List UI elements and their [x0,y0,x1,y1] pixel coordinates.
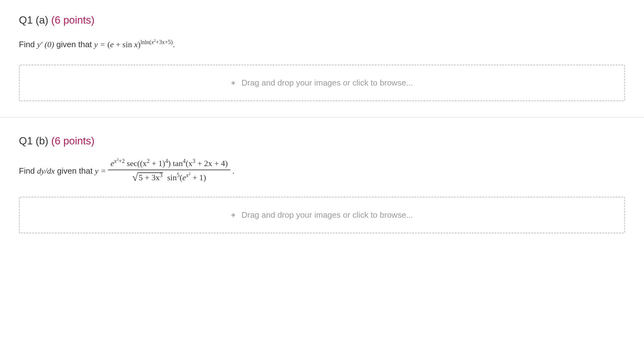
math-find: dy/dx [37,166,55,176]
question-label: Q1 (b) [19,135,48,147]
text-prefix: Find [19,166,37,176]
math-lhs: y = [95,166,106,176]
question-header-q1a: Q1 (a) (6 points) [19,14,625,26]
dropzone-q1a[interactable]: + Drag and drop your images or click to … [19,64,625,101]
ln-label: ln [140,39,145,45]
text-given: given that [56,40,94,49]
numerator: ex3+2 sec((x2 + 1)4) tan4(x3 + 2x + 4) [108,159,230,170]
math-base: (e + sin x)lnln(x2+3x+5) [107,40,173,49]
sec-label: sec [127,159,137,168]
plus-icon: + [231,211,235,219]
question-q1b: Q1 (b) (6 points) Find dy/dx given that … [0,117,644,249]
question-header-q1b: Q1 (b) (6 points) [19,135,625,147]
dropzone-text: Drag and drop your images or click to br… [241,78,413,87]
question-label: Q1 (a) [19,14,48,26]
period: . [173,40,175,49]
question-text-q1a: Find y′ (0) given that y = (e + sin x)ln… [19,38,625,51]
period: . [232,166,234,176]
question-points: (6 points) [51,135,95,147]
sin-label: sin [167,173,177,182]
dropzone-q1b[interactable]: + Drag and drop your images or click to … [19,197,625,233]
denominator: √5 + 3x3 sin5(ex2 + 1) [108,170,230,183]
text-given: given that [57,166,95,176]
question-points: (6 points) [51,14,95,26]
tan-label: tan [173,159,183,168]
sqrt-icon: √ [132,171,138,183]
question-text-q1b: Find dy/dx given that y = ex3+2 sec((x2 … [19,159,625,183]
question-q1a: Q1 (a) (6 points) Find y′ (0) given that… [0,0,644,117]
fraction: ex3+2 sec((x2 + 1)4) tan4(x3 + 2x + 4) √… [108,159,230,183]
text-prefix: Find [19,40,37,49]
math-find: y′ (0) [37,40,54,49]
plus-icon: + [231,79,235,87]
math-lhs: y = [94,40,107,49]
dropzone-text: Drag and drop your images or click to br… [241,210,413,220]
